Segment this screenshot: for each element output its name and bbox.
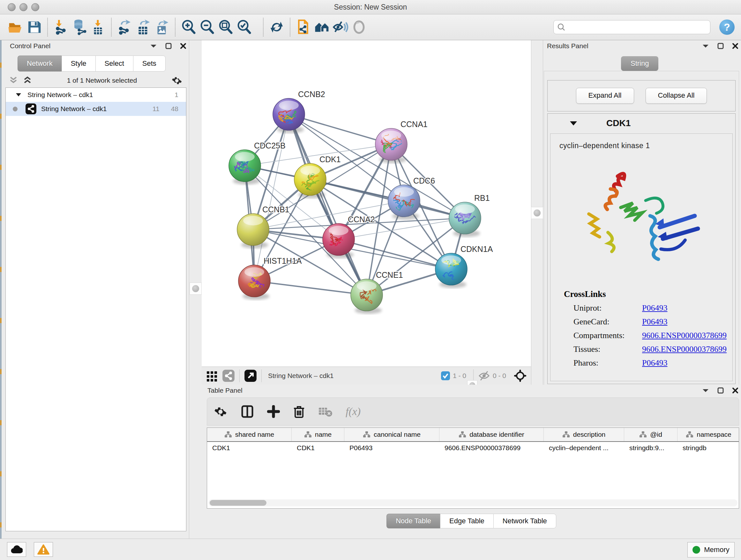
close-panel-icon[interactable] [732,387,738,394]
network-row[interactable]: String Network – cdk1 11 48 [6,102,186,116]
cloud-status-button[interactable] [7,542,26,557]
tab-select[interactable]: Select [95,56,133,71]
help-button[interactable]: ? [719,19,735,35]
hide-graphics-details-button[interactable] [331,18,350,37]
network-canvas[interactable]: CCNB2CCNA1CDC25BCDK1CDC6RB1CCNB1CCNA2CDK… [202,40,531,367]
node-label-CCNA1: CCNA1 [401,120,428,129]
gear-icon[interactable] [172,75,183,86]
network-edge-CDK1-RB1[interactable] [310,179,465,218]
column-header-shared-name[interactable]: shared name [207,428,292,441]
tab-style[interactable]: Style [62,56,95,71]
network-selected-status: 1 of 1 Network selected [32,77,172,84]
show-graphics-details-button[interactable] [350,18,368,37]
zoom-selected-button[interactable] [235,18,253,37]
column-header-label: name [315,431,332,438]
network-edge-HIST1H1A-CCNE1[interactable] [254,281,367,295]
table-row[interactable]: CDK1CDK1P064939606.ENSP00000378699cyclin… [207,442,739,455]
node-gloss [243,216,263,226]
network-status-dot [13,107,17,111]
edge-count: 48 [171,105,179,113]
zoom-in-button[interactable] [179,18,198,37]
export-network-button[interactable] [116,18,134,37]
node-gloss [455,204,475,214]
tree-expander-icon[interactable] [15,92,22,97]
selected-node-edge-counts: 1 - 0 [453,372,466,380]
table-cell: cyclin–dependent ... [544,442,624,455]
zoom-fit-icon [217,19,234,36]
crosslink-value-link[interactable]: P06493 [642,317,667,327]
warnings-button[interactable] [34,542,53,557]
network-edge-CCNB2-HIST1H1A[interactable] [254,114,289,281]
column-header-label: namespace [697,431,731,438]
left-splitter[interactable] [189,40,202,539]
column-header--id[interactable]: @id [624,428,677,441]
control-panel: Control Panel NetworkStyleSelectSets 1 o… [2,40,189,539]
crosslink-value-link[interactable]: 9606.ENSP00000378699 [642,331,727,340]
table-options-gear-icon[interactable] [214,405,227,418]
panel-menu-icon[interactable] [150,44,157,48]
crosslinks-list: Uniprot:P06493GeneCard:P06493Compartment… [550,303,732,368]
tab-node-table[interactable]: Node Table [387,514,440,528]
crosslink-value-link[interactable]: P06493 [642,303,667,313]
scrollbar-thumb[interactable] [210,500,266,506]
import-network-database-button[interactable] [70,18,89,37]
table-panel: Table Panel [202,385,741,539]
network-collection-row[interactable]: String Network – cdk1 1 [6,88,186,102]
tab-sets[interactable]: Sets [133,56,165,71]
column-header-description[interactable]: description [544,428,624,441]
float-panel-icon[interactable] [165,43,172,49]
network-from-file-button[interactable] [294,18,313,37]
panel-menu-icon[interactable] [702,44,709,48]
add-column-icon[interactable] [267,405,280,418]
zoom-in-icon [180,19,197,36]
tab-network[interactable]: Network [17,56,62,71]
node-label-CCNB2: CCNB2 [298,90,325,99]
tab-edge-table[interactable]: Edge Table [440,514,493,528]
zoom-fit-button[interactable] [216,18,235,37]
detach-view-icon[interactable] [244,369,257,382]
column-header-canonical-name[interactable]: canonical name [344,428,440,441]
panel-menu-icon[interactable] [702,388,709,393]
column-header-name[interactable]: name [292,428,344,441]
close-panel-icon[interactable] [732,43,738,49]
collapse-all-icon[interactable] [9,76,18,85]
save-session-button[interactable] [25,18,44,37]
tab-network-table[interactable]: Network Table [493,514,556,528]
grid-view-icon[interactable] [205,369,218,382]
export-table-button[interactable] [134,18,152,37]
collapse-all-button[interactable]: Collapse All [646,88,707,104]
selected-checkbox-icon[interactable] [441,371,450,381]
collapse-entry-icon[interactable] [569,121,578,126]
crosslink-value-link[interactable]: 9606.ENSP00000378699 [642,345,727,354]
open-session-button[interactable] [6,18,25,37]
tab-string[interactable]: String [621,56,658,71]
import-table-button[interactable] [89,18,107,37]
column-header-namespace[interactable]: namespace [677,428,739,441]
search-input[interactable] [566,23,707,31]
zoom-out-button[interactable] [198,18,216,37]
float-panel-icon[interactable] [718,387,724,394]
node-entry-header[interactable]: CDK1 [548,114,735,133]
memory-button[interactable]: Memory [687,542,735,557]
crosslink-value-link[interactable]: P06493 [642,358,667,368]
splitter-handle[interactable] [531,207,543,219]
string-view-icon[interactable] [222,369,235,382]
birdseye-toggle-icon[interactable] [513,369,527,383]
close-panel-icon[interactable] [180,43,186,49]
float-panel-icon[interactable] [718,43,724,49]
expand-all-button[interactable]: Expand All [576,88,634,104]
file-share-icon [295,19,312,36]
column-header-database-identifier[interactable]: database identifier [440,428,544,441]
delete-column-icon[interactable] [293,405,306,419]
network-edge-CCNB2-CCNE1[interactable] [289,114,367,295]
export-image-button[interactable] [152,18,171,37]
expand-all-icon[interactable] [23,76,32,85]
main-toolbar: ? [0,14,741,40]
string-home-button[interactable] [313,18,331,37]
show-columns-icon[interactable] [240,405,254,419]
horizontal-scrollbar[interactable] [208,499,738,506]
refresh-view-button[interactable] [267,18,286,37]
splitter-handle[interactable] [190,283,202,295]
column-type-icon [639,431,647,438]
import-network-file-button[interactable] [52,18,70,37]
